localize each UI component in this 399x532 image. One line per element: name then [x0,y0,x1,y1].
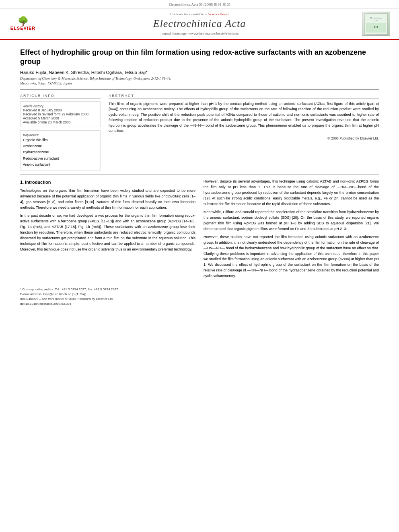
section1-col2-p1: However, despite its several advantages,… [204,179,379,207]
section1-col1-p1: Technologies on the organic thin film fo… [20,188,195,211]
svg-text:Electrochimica: Electrochimica [370,17,383,19]
received-revised-date: Received in revised form 29 February 200… [23,112,98,116]
section1-heading: 1. Introduction [20,179,195,186]
article-history-box: Article history: Received 8 January 2008… [20,101,101,127]
journal-ref-text: Electrochimica Acta 53 (2008) 8161–8165 [169,2,230,6]
elsevier-logo: 🌳 ELSEVIER [7,14,39,34]
article-authors: Haruko Fujita, Nabeen K. Shrestha, Hitos… [20,70,379,75]
email-label: E-mail address: [20,292,43,296]
body-col-left: 1. Introduction Technologies on the orga… [20,179,195,281]
journal-logo-right: Electrochimica Acta EA [358,12,394,36]
body-text-section: 1. Introduction Technologies on the orga… [20,179,379,281]
article-info-label: ARTICLE INFO [20,94,101,99]
abstract-col: ABSTRACT Thin films of organic pigments … [109,94,379,170]
footnote-area: * Corresponding author. Tel.: +81 3 5734… [20,285,379,306]
svg-text:Acta: Acta [374,20,378,22]
keyword-4: Redox-active surfactant [23,156,98,162]
keyword-3: Hydrazobenzene [23,149,98,155]
journal-reference-bar: Electrochimica Acta 53 (2008) 8161–8165 [0,0,399,8]
article-affiliation-1: Department of Chemistry & Materials Scie… [20,76,379,80]
section1-col1-p2: In the past decade or so, we had develop… [20,213,195,253]
received-date: Received 8 January 2008 [23,108,98,112]
content-area: Effect of hydrophilic group on thin film… [0,40,399,310]
elsevier-wordmark: ELSEVIER [10,26,35,31]
journal-title: Electrochimica Acta [45,18,354,30]
info-abstract-section: ARTICLE INFO Article history: Received 8… [20,94,379,170]
keyword-2: Azobenzene [23,143,98,149]
journal-title-area: Contents lists available at ScienceDirec… [45,12,354,35]
section-divider [20,175,379,175]
email-line: E-mail address: tsaji@o.cc.titech.ac.jp … [20,292,379,296]
article-title-section: Effect of hydrophilic group on thin film… [20,43,379,90]
svg-text:EA: EA [374,25,378,29]
journal-header: 🌳 ELSEVIER Contents lists available at S… [0,8,399,40]
keyword-1: Organic thin film [23,137,98,143]
history-label: Article history: [23,104,98,108]
body-col-right: However, despite its several advantages,… [204,179,379,281]
available-date: Available online 20 March 2008 [23,120,98,124]
issn-line: 0013-4686/$ – see front matter © 2008 Pu… [20,297,379,301]
article-info-col: ARTICLE INFO Article history: Received 8… [20,94,101,170]
section1-col2-p3: However, these studies have not reported… [204,234,379,279]
corresponding-author-note: * Corresponding author. Tel.: +81 3 5734… [20,288,379,291]
article-title: Effect of hydrophilic group on thin film… [20,48,379,67]
sciencedirect-line: Contents lists available at ScienceDirec… [45,12,354,16]
doi-line: doi:10.1016/j.electacta.2008.03.024 [20,302,379,306]
keywords-list: Organic thin film Azobenzene Hydrazobenz… [23,137,98,168]
journal-logo-image: Electrochimica Acta EA [362,12,390,36]
article-affiliation-2: Meguro-ku, Tokyo 152-8552, Japan [20,81,379,85]
keyword-5: Anionic surfactant [23,162,98,168]
accepted-date: Accepted 5 March 2008 [23,116,98,120]
section1-col2-p2: Meanwhile, Clifford and Ronald reported … [204,210,379,232]
journal-homepage: journal homepage: www.elsevier.com/locat… [45,31,354,35]
sciencedirect-link[interactable]: ScienceDirect [208,12,228,16]
email-address: tsaji@o.cc.titech.ac.jp (T. Saji). [43,292,87,296]
abstract-text: Thin films of organic pigments were prep… [109,101,379,134]
tree-icon: 🌳 [18,17,29,26]
keywords-label: Keywords: [23,133,98,137]
elsevier-logo-area: 🌳 ELSEVIER [5,14,41,34]
abstract-label: ABSTRACT [109,94,379,99]
copyright-line: © 2008 Published by Elsevier Ltd. [109,136,379,140]
keywords-box: Keywords: Organic thin film Azobenzene H… [20,130,101,170]
